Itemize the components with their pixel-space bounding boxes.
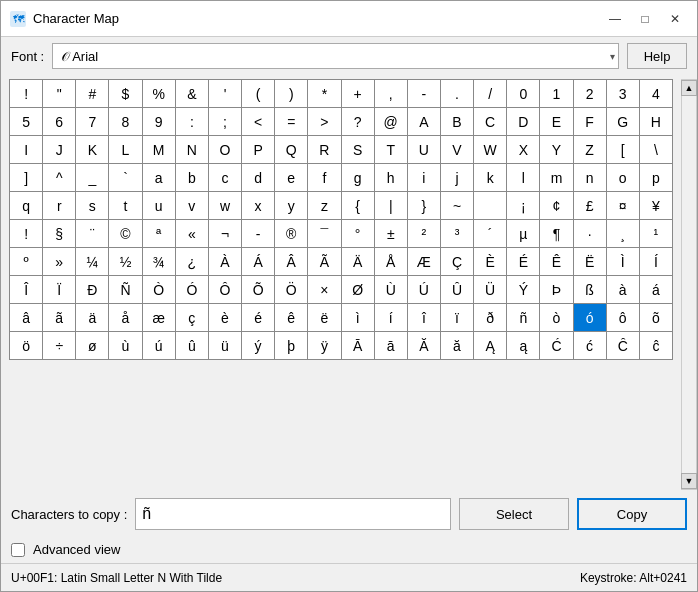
char-cell[interactable]: Ç bbox=[441, 248, 474, 276]
char-cell[interactable]: _ bbox=[76, 164, 109, 192]
char-cell[interactable]: V bbox=[441, 136, 474, 164]
char-cell[interactable]: ß bbox=[574, 276, 607, 304]
char-cell[interactable]: * bbox=[308, 80, 341, 108]
char-cell[interactable]: í bbox=[375, 304, 408, 332]
close-button[interactable]: ✕ bbox=[661, 8, 689, 30]
char-cell[interactable]: è bbox=[209, 304, 242, 332]
char-cell[interactable]: ± bbox=[375, 220, 408, 248]
char-cell[interactable]: Ĉ bbox=[607, 332, 640, 360]
char-cell[interactable]: « bbox=[176, 220, 209, 248]
char-cell[interactable]: Ý bbox=[507, 276, 540, 304]
char-cell[interactable]: µ bbox=[507, 220, 540, 248]
char-cell[interactable]: 6 bbox=[43, 108, 76, 136]
char-cell[interactable]: Í bbox=[640, 248, 673, 276]
char-cell[interactable]: Ö bbox=[275, 276, 308, 304]
char-cell[interactable]: R bbox=[308, 136, 341, 164]
char-cell[interactable]: t bbox=[109, 192, 142, 220]
char-cell[interactable]: É bbox=[507, 248, 540, 276]
char-cell[interactable]: ½ bbox=[109, 248, 142, 276]
char-cell[interactable]: n bbox=[574, 164, 607, 192]
char-cell[interactable]: . bbox=[441, 80, 474, 108]
char-cell[interactable]: î bbox=[408, 304, 441, 332]
char-cell[interactable]: D bbox=[507, 108, 540, 136]
char-cell[interactable]: 4 bbox=[640, 80, 673, 108]
char-cell[interactable]: ¿ bbox=[176, 248, 209, 276]
char-cell[interactable]: 1 bbox=[540, 80, 573, 108]
copy-input[interactable] bbox=[135, 498, 451, 530]
char-cell[interactable]: æ bbox=[143, 304, 176, 332]
char-cell[interactable]: B bbox=[441, 108, 474, 136]
char-cell[interactable]: Q bbox=[275, 136, 308, 164]
char-cell[interactable]: Â bbox=[275, 248, 308, 276]
char-cell[interactable]: ¬ bbox=[209, 220, 242, 248]
char-cell[interactable]: § bbox=[43, 220, 76, 248]
char-cell[interactable]: » bbox=[43, 248, 76, 276]
char-cell[interactable]: Ą bbox=[474, 332, 507, 360]
char-cell[interactable]: · bbox=[574, 220, 607, 248]
char-cell[interactable]: ! bbox=[10, 220, 43, 248]
char-cell[interactable]: ) bbox=[275, 80, 308, 108]
char-cell[interactable]: I bbox=[10, 136, 43, 164]
char-cell[interactable]: > bbox=[308, 108, 341, 136]
char-cell[interactable]: ö bbox=[10, 332, 43, 360]
char-cell[interactable]: p bbox=[640, 164, 673, 192]
select-button[interactable]: Select bbox=[459, 498, 569, 530]
char-cell[interactable]: à bbox=[607, 276, 640, 304]
scrollbar[interactable]: ▲ ▼ bbox=[681, 79, 697, 490]
char-cell[interactable]: ø bbox=[76, 332, 109, 360]
char-cell[interactable]: ÷ bbox=[43, 332, 76, 360]
char-cell[interactable]: Æ bbox=[408, 248, 441, 276]
char-cell[interactable]: ê bbox=[275, 304, 308, 332]
char-cell[interactable]: Ô bbox=[209, 276, 242, 304]
char-cell[interactable]: g bbox=[342, 164, 375, 192]
char-cell[interactable]: 5 bbox=[10, 108, 43, 136]
copy-button[interactable]: Copy bbox=[577, 498, 687, 530]
char-cell[interactable]: Õ bbox=[242, 276, 275, 304]
char-cell[interactable]: e bbox=[275, 164, 308, 192]
char-cell[interactable]: Ò bbox=[143, 276, 176, 304]
char-cell[interactable]: k bbox=[474, 164, 507, 192]
char-cell[interactable]: û bbox=[176, 332, 209, 360]
char-cell[interactable]: + bbox=[342, 80, 375, 108]
char-cell[interactable]: 3 bbox=[607, 80, 640, 108]
char-cell[interactable]: ¸ bbox=[607, 220, 640, 248]
char-cell[interactable]: O bbox=[209, 136, 242, 164]
char-cell[interactable]: Ã bbox=[308, 248, 341, 276]
char-cell[interactable]: ô bbox=[607, 304, 640, 332]
char-cell[interactable]: b bbox=[176, 164, 209, 192]
char-cell[interactable]: ï bbox=[441, 304, 474, 332]
char-cell[interactable]: ì bbox=[342, 304, 375, 332]
char-cell[interactable]: È bbox=[474, 248, 507, 276]
maximize-button[interactable]: □ bbox=[631, 8, 659, 30]
char-cell[interactable]: ³ bbox=[441, 220, 474, 248]
char-cell[interactable]: ~ bbox=[441, 192, 474, 220]
char-cell[interactable]: ¹ bbox=[640, 220, 673, 248]
char-cell[interactable]: é bbox=[242, 304, 275, 332]
char-cell[interactable]: ° bbox=[342, 220, 375, 248]
char-cell[interactable]: X bbox=[507, 136, 540, 164]
char-cell[interactable]: Ê bbox=[540, 248, 573, 276]
char-cell[interactable]: ò bbox=[540, 304, 573, 332]
char-cell[interactable]: W bbox=[474, 136, 507, 164]
char-cell[interactable]: Ć bbox=[540, 332, 573, 360]
char-cell[interactable]: £ bbox=[574, 192, 607, 220]
char-cell[interactable]: å bbox=[109, 304, 142, 332]
char-cell[interactable]: F bbox=[574, 108, 607, 136]
char-cell[interactable]: @ bbox=[375, 108, 408, 136]
char-cell[interactable]: Ú bbox=[408, 276, 441, 304]
char-cell[interactable]: m bbox=[540, 164, 573, 192]
char-cell[interactable]: # bbox=[76, 80, 109, 108]
char-cell[interactable]: [ bbox=[607, 136, 640, 164]
advanced-checkbox[interactable] bbox=[11, 543, 25, 557]
char-cell[interactable]: | bbox=[375, 192, 408, 220]
char-cell[interactable]: j bbox=[441, 164, 474, 192]
char-cell[interactable]: s bbox=[76, 192, 109, 220]
help-button[interactable]: Help bbox=[627, 43, 687, 69]
char-cell[interactable]: Ü bbox=[474, 276, 507, 304]
char-cell[interactable]: r bbox=[43, 192, 76, 220]
char-cell[interactable]: ´ bbox=[474, 220, 507, 248]
char-cell[interactable]: â bbox=[10, 304, 43, 332]
char-cell[interactable]: ¡ bbox=[507, 192, 540, 220]
char-cell[interactable]: ¯ bbox=[308, 220, 341, 248]
char-cell[interactable] bbox=[474, 192, 507, 220]
